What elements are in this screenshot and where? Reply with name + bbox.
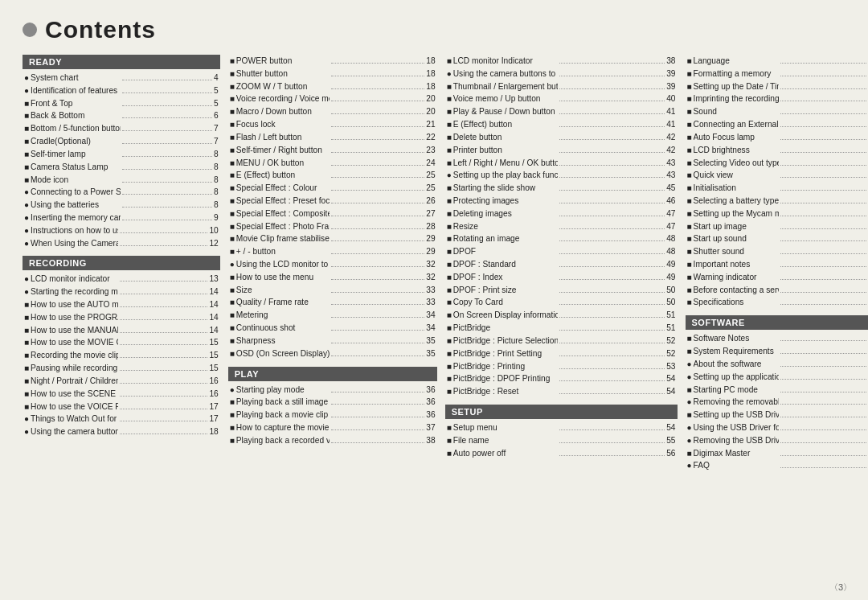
toc-item-dots (559, 279, 665, 280)
toc-item-label: Things to Watch Out for When Taking Pict… (31, 413, 118, 425)
toc-item-dots (780, 101, 866, 101)
toc-item-page: 17 (209, 401, 218, 413)
toc-item-dots (122, 80, 212, 80)
square-bullet-icon: ■ (447, 421, 452, 434)
toc-item-label: LCD monitor indicator (31, 273, 118, 286)
list-item: ■DPOF : Index49 (445, 271, 678, 284)
toc-item-dots (780, 76, 866, 76)
list-item: ■Selecting Video out type59 (686, 157, 868, 170)
toc-item-page: 16 (209, 388, 218, 401)
list-item: ■Software Notes67 (686, 332, 868, 345)
list-item: ●Things to Watch Out for When Taking Pic… (23, 413, 220, 425)
square-bullet-icon: ■ (230, 434, 235, 447)
toc-item-label: Setting up the USB Driver for MAC (694, 409, 780, 421)
toc-item-label: Night / Portrait / Children mode (31, 375, 118, 388)
toc-item-page: 15 (209, 362, 218, 375)
toc-item-label: Inserting the memory card (31, 212, 121, 224)
toc-item-page: 9 (214, 212, 219, 224)
square-bullet-icon: ■ (230, 220, 235, 233)
toc-item-label: LCD brightness (694, 144, 780, 157)
list-item: ■How to use the menu32 (228, 271, 437, 284)
toc-item-label: Auto Focus lamp (694, 131, 780, 144)
toc-item-label: Bottom / 5-function button (31, 122, 121, 135)
square-bullet-icon: ■ (230, 271, 235, 284)
toc-item-dots (559, 253, 665, 254)
square-bullet-icon: ■ (687, 144, 692, 157)
toc-item-label: System Requirements (694, 345, 780, 358)
list-item: ●Using the batteries8 (23, 199, 220, 212)
toc-item-dots (559, 355, 665, 356)
columns-container: READY●System chart4●Identification of fe… (23, 55, 845, 577)
list-item: ■Special Effect : Preset focus frames26 (228, 195, 437, 208)
list-item: ●Starting the recording mode14 (23, 286, 220, 298)
toc-item-label: + / - button (236, 245, 330, 258)
toc-item-label: Shutter sound (694, 245, 780, 258)
square-bullet-icon: ■ (687, 195, 692, 208)
circle-bullet-icon: ● (24, 72, 29, 84)
toc-item-dots (120, 344, 207, 345)
square-bullet-icon: ■ (687, 232, 692, 245)
list-item: ■Special Effect : Photo Frame28 (228, 220, 437, 233)
toc-item-dots (780, 417, 866, 417)
toc-item-dots (122, 207, 212, 208)
list-item: ■Language56 (686, 55, 868, 68)
toc-item-label: Setting up the application software (694, 371, 780, 384)
circle-bullet-icon: ● (24, 199, 29, 212)
list-item: ■Setting up the Date / Time / Date type5… (686, 80, 868, 93)
square-bullet-icon: ■ (447, 105, 452, 118)
square-bullet-icon: ■ (230, 421, 235, 434)
square-bullet-icon: ■ (687, 131, 692, 144)
toc-item-label: OSD (On Screen Display) information (236, 347, 330, 360)
square-bullet-icon: ■ (447, 55, 452, 68)
toc-item-label: MENU / OK button (236, 157, 330, 170)
square-bullet-icon: ■ (687, 182, 692, 195)
page-title: Contents (45, 16, 156, 43)
square-bullet-icon: ■ (24, 311, 29, 324)
toc-item-dots (780, 253, 866, 254)
square-bullet-icon: ■ (447, 245, 452, 258)
toc-item-label: Formatting a memory (694, 68, 780, 80)
toc-item-dots (331, 343, 424, 343)
list-item: ■Voice recording / Voice memo / UP butto… (228, 92, 437, 105)
toc-item-label: Playing back a recorded voice (236, 434, 330, 447)
list-item: ●Instructions on how to use the memory c… (23, 224, 220, 237)
toc-item-label: Specifications (694, 296, 780, 309)
toc-item-dots (331, 240, 424, 241)
toc-item-label: Setup menu (453, 421, 559, 434)
section-header-setup: SETUP (445, 405, 678, 419)
toc-item-dots (331, 216, 424, 216)
square-bullet-icon: ■ (447, 80, 452, 93)
list-item: ■Bottom / 5-function button7 (23, 122, 220, 135)
toc-item-label: Connecting an External Device (USB) (694, 118, 780, 131)
list-item: ■Important notes61 (686, 258, 868, 271)
list-item: ■Back & Bottom6 (23, 109, 220, 122)
toc-item-page: 49 (666, 258, 675, 271)
toc-item-label: Starting PC mode (694, 384, 780, 397)
toc-item-dots (780, 63, 866, 64)
toc-item-dots (331, 292, 424, 293)
toc-list-1-1: ●Starting play mode36■Playing back a sti… (228, 384, 437, 447)
list-item: ■Copy To Card50 (445, 296, 678, 309)
list-item: ●Removing the removable disk72 (686, 396, 868, 409)
toc-item-label: Quick view (694, 169, 780, 182)
toc-item-dots (331, 88, 424, 89)
square-bullet-icon: ■ (687, 245, 692, 258)
toc-item-label: File name (453, 434, 559, 447)
square-bullet-icon: ■ (447, 157, 452, 170)
toc-item-dots (331, 113, 424, 114)
toc-item-page: 25 (426, 182, 435, 195)
list-item: ■Continuous shot34 (228, 322, 437, 335)
toc-item-page: 36 (426, 409, 435, 421)
square-bullet-icon: ■ (24, 148, 29, 161)
square-bullet-icon: ■ (24, 349, 29, 362)
toc-item-dots (559, 380, 665, 381)
toc-item-page: 51 (666, 322, 675, 335)
toc-item-label: Mode icon (31, 174, 121, 187)
toc-item-label: Self-timer / Right button (236, 144, 330, 157)
toc-item-page: 39 (666, 68, 675, 80)
list-item: ■Deleting images47 (445, 208, 678, 220)
list-item: ●Setting up the play back function using… (445, 169, 678, 182)
toc-item-label: How to use the MANUAL mode (31, 324, 118, 337)
list-item: ■DPOF48 (445, 245, 678, 258)
list-item: ■Macro / Down button20 (228, 105, 437, 118)
